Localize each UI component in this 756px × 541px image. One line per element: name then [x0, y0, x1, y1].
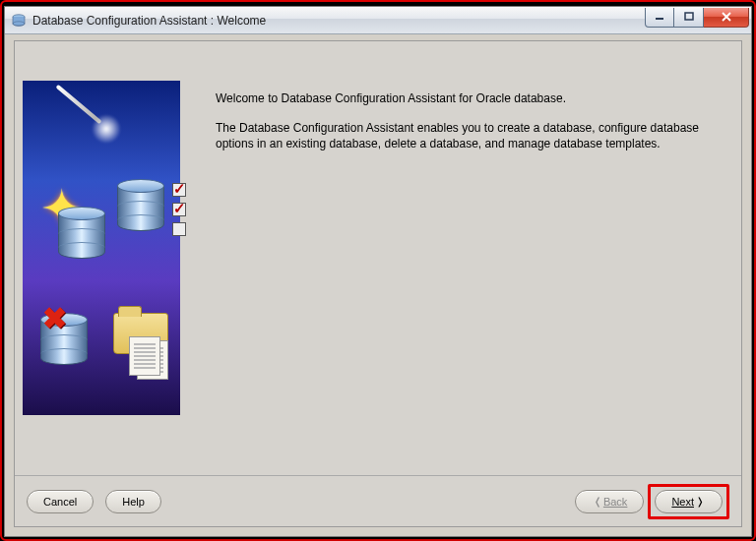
- dialog-window: Database Configuration Assistant : Welco…: [4, 6, 752, 537]
- screenshot-highlight-border: Database Configuration Assistant : Welco…: [0, 0, 756, 541]
- wizard-side-illustration: ✦: [23, 81, 180, 415]
- content-area: ✦: [15, 41, 741, 473]
- back-button: ❬ Back: [575, 490, 644, 513]
- svg-rect-3: [685, 13, 693, 20]
- close-button[interactable]: [704, 8, 749, 28]
- chevron-left-icon: ❬: [594, 496, 601, 507]
- minimize-icon: [655, 12, 664, 22]
- back-button-label: Back: [603, 496, 627, 508]
- help-button[interactable]: Help: [105, 490, 161, 513]
- chevron-right-icon: ❭: [696, 496, 704, 507]
- svg-rect-2: [656, 18, 663, 20]
- next-button[interactable]: Next ❭: [655, 490, 723, 513]
- welcome-heading-text: Welcome to Database Configuration Assist…: [216, 90, 712, 106]
- next-button-highlight: Next ❭: [648, 484, 729, 519]
- next-button-label: Next: [671, 496, 694, 508]
- window-title: Database Configuration Assistant : Welco…: [32, 14, 645, 28]
- maximize-icon: [684, 12, 694, 22]
- maximize-button[interactable]: [674, 8, 704, 28]
- database-icon: [58, 207, 105, 260]
- welcome-description-text: The Database Configuration Assistant ena…: [216, 120, 712, 151]
- checklist-icon: [172, 183, 186, 242]
- cancel-button[interactable]: Cancel: [27, 490, 94, 513]
- wizard-footer: Cancel Help ❬ Back Next ❭: [15, 475, 741, 526]
- database-icon: [117, 179, 164, 232]
- app-icon: [11, 13, 27, 29]
- documents-icon: [129, 336, 168, 380]
- wizard-inner-frame: ✦: [14, 40, 742, 527]
- window-controls: [645, 8, 749, 28]
- delete-x-icon: ✖: [42, 301, 67, 335]
- welcome-text-area: Welcome to Database Configuration Assist…: [180, 41, 741, 473]
- sparkle-icon: [92, 114, 121, 144]
- titlebar[interactable]: Database Configuration Assistant : Welco…: [5, 7, 751, 34]
- close-icon: [721, 12, 732, 22]
- minimize-button[interactable]: [645, 8, 674, 28]
